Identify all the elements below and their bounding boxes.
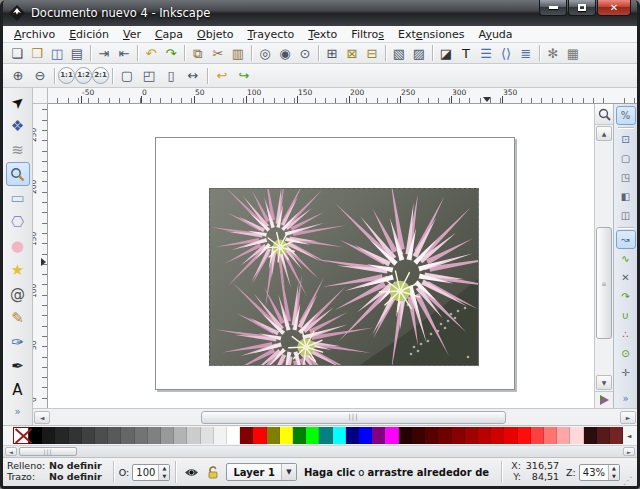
zoom-next-button[interactable]: ↪: [233, 66, 255, 86]
menu-extensiones[interactable]: Extensiones: [391, 27, 472, 42]
zoom-drawing-button[interactable]: ◰: [138, 66, 160, 86]
palette-scroll-right-button[interactable]: ►: [623, 447, 635, 456]
palette-swatch[interactable]: [557, 427, 570, 444]
sticky-zoom-button[interactable]: [595, 104, 613, 125]
zoom-1-1-button[interactable]: 1:1: [58, 67, 75, 84]
document-page[interactable]: [155, 137, 515, 390]
close-button[interactable]: ✕: [597, 0, 631, 16]
palette-swatch[interactable]: [544, 427, 557, 444]
palette-swatch[interactable]: [491, 427, 504, 444]
palette-swatch[interactable]: [531, 427, 544, 444]
palette-swatch[interactable]: [240, 427, 253, 444]
zoom-in-button[interactable]: ⊕: [7, 66, 29, 86]
palette-swatch[interactable]: [478, 427, 491, 444]
xml-editor-button[interactable]: ⟨⟩: [496, 44, 516, 62]
menu-ver[interactable]: Ver: [116, 27, 148, 42]
color-managed-view-button[interactable]: [595, 391, 613, 408]
palette-swatch[interactable]: [570, 427, 583, 444]
palette-swatch[interactable]: [95, 427, 108, 444]
palette-swatch[interactable]: [55, 427, 68, 444]
palette-swatch[interactable]: [385, 427, 398, 444]
palette-swatch[interactable]: [214, 427, 227, 444]
menu-objeto[interactable]: Objeto: [190, 27, 241, 42]
selector-tool[interactable]: ➤: [1, 85, 35, 119]
create-clone-button[interactable]: ⊠: [342, 44, 362, 62]
snap-midpoints-button[interactable]: ∴: [616, 325, 636, 344]
text-dialog-button[interactable]: T: [456, 44, 476, 62]
fill-stroke-indicator[interactable]: Relleno: No definir Trazo: No definir: [7, 461, 102, 483]
paste-button[interactable]: ▥: [228, 44, 248, 62]
palette-swatch[interactable]: [359, 427, 372, 444]
save-document-button[interactable]: ◫: [47, 44, 67, 62]
scroll-down-button[interactable]: ▼: [596, 375, 612, 390]
palette-swatch[interactable]: [293, 427, 306, 444]
palette-swatch[interactable]: [465, 427, 478, 444]
vertical-ruler[interactable]: 250200150100500: [33, 104, 48, 408]
palette-swatch[interactable]: [174, 427, 187, 444]
palette-swatch[interactable]: [148, 427, 161, 444]
menu-trayecto[interactable]: Trayecto: [241, 27, 302, 42]
new-document-button[interactable]: ❏: [7, 44, 27, 62]
scroll-left-button[interactable]: ◄: [34, 411, 50, 424]
document-properties-button[interactable]: ▦: [563, 44, 583, 62]
snap-cusp-nodes-button[interactable]: ↷: [616, 287, 636, 306]
calligraphy-tool[interactable]: ✒: [6, 354, 30, 378]
palette-swatch[interactable]: [267, 427, 280, 444]
palette-swatch[interactable]: [69, 427, 82, 444]
canvas[interactable]: [48, 104, 594, 408]
duplicate-button[interactable]: ⊞: [322, 44, 342, 62]
palette-swatch[interactable]: [42, 427, 55, 444]
align-dialog-button[interactable]: ≣: [516, 44, 536, 62]
snap-bbox-edge-midpoints-button[interactable]: ◧: [616, 187, 636, 206]
restore-button[interactable]: [568, 0, 596, 16]
palette-swatch[interactable]: [121, 427, 134, 444]
pencil-tool[interactable]: ✎: [6, 306, 30, 330]
palette-swatch[interactable]: [372, 427, 385, 444]
palette-swatch[interactable]: [452, 427, 465, 444]
layer-selector[interactable]: Layer 1 ▼: [226, 463, 296, 481]
snap-path-intersections-button[interactable]: ✕: [616, 268, 636, 287]
palette-swatch[interactable]: [135, 427, 148, 444]
horizontal-scroll-thumb[interactable]: |||: [201, 411, 506, 424]
zoom-to-selection-button[interactable]: ◎: [255, 44, 275, 62]
palette-swatch-none[interactable]: [13, 427, 29, 444]
text-tool[interactable]: A: [6, 378, 30, 402]
palette-swatch[interactable]: [253, 427, 266, 444]
fill-stroke-dialog-button[interactable]: ◪: [436, 44, 456, 62]
snap-bbox-edges-button[interactable]: ▢: [616, 149, 636, 168]
unlink-clone-button[interactable]: ⊟: [362, 44, 382, 62]
toolbox-expander[interactable]: »: [14, 406, 20, 417]
print-document-button[interactable]: ▤: [67, 44, 87, 62]
palette-swatch[interactable]: [412, 427, 425, 444]
palette-swatch[interactable]: [161, 427, 174, 444]
resize-grip[interactable]: ⋰: [623, 475, 633, 486]
bezier-tool[interactable]: ✑: [6, 330, 30, 354]
menu-edicin[interactable]: Edición: [62, 27, 116, 42]
minimize-button[interactable]: [539, 0, 567, 16]
scroll-up-button[interactable]: ▲: [596, 126, 612, 141]
preferences-button[interactable]: ✻: [543, 44, 563, 62]
rectangle-tool[interactable]: ▭: [6, 186, 30, 210]
spiral-tool[interactable]: @: [6, 282, 30, 306]
zoom-spin-arrows[interactable]: ▲▼: [608, 465, 619, 480]
palette-swatch[interactable]: [399, 427, 412, 444]
star-tool[interactable]: ★: [6, 258, 30, 282]
snap-bbox-corners-button[interactable]: ◳: [616, 168, 636, 187]
import-image-button[interactable]: ⇥: [94, 44, 114, 62]
layer-dropdown-button[interactable]: ▼: [281, 464, 296, 480]
imported-flower-image[interactable]: [209, 188, 479, 366]
zoom-2-1-button[interactable]: 2:1: [92, 67, 109, 84]
snap-nodes-button[interactable]: ↝: [616, 230, 636, 249]
palette-swatch[interactable]: [108, 427, 121, 444]
palette-swatch[interactable]: [333, 427, 346, 444]
zoom-to-drawing-button[interactable]: ◉: [275, 44, 295, 62]
cut-button[interactable]: ✂: [208, 44, 228, 62]
palette-swatch[interactable]: [227, 427, 240, 444]
menu-capa[interactable]: Capa: [148, 27, 190, 42]
palette-swatch[interactable]: [280, 427, 293, 444]
open-document-button[interactable]: ❒: [27, 44, 47, 62]
palette-swatch[interactable]: [82, 427, 95, 444]
menu-texto[interactable]: Texto: [301, 27, 344, 42]
horizontal-scroll-track[interactable]: |||: [51, 411, 619, 424]
palette-swatch[interactable]: [306, 427, 319, 444]
